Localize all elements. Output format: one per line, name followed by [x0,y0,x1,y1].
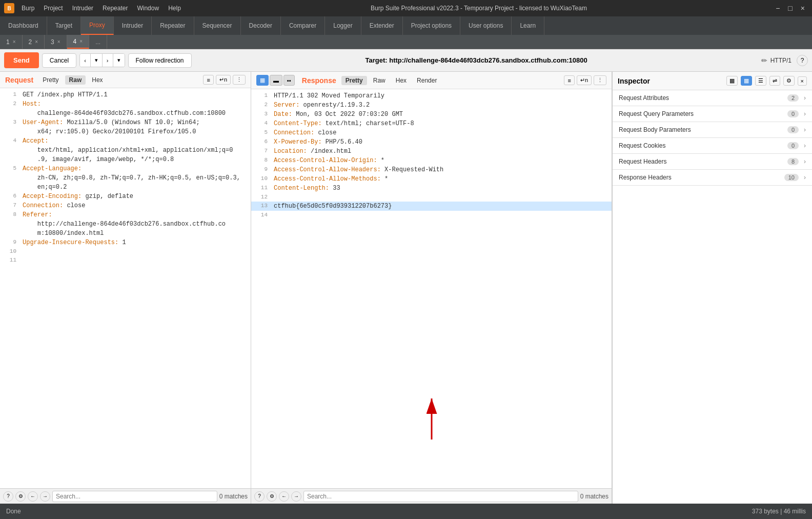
inspector-request-query[interactable]: Request Query Parameters 0 › [613,106,812,122]
request-line-6: 6 Accept-Encoding: gzip, deflate [0,192,251,201]
response-search-help-btn[interactable]: ? [254,491,265,502]
response-format-btn[interactable]: ≡ [564,75,574,85]
request-tab-hex[interactable]: Hex [88,75,107,85]
sub-tab-more[interactable]: ... [89,35,107,49]
chevron-icon-4: › [804,158,806,165]
response-line-3: 3 Date: Mon, 03 Oct 2022 07:03:20 GMT [251,110,612,119]
sub-tab-4[interactable]: 4 × [67,35,90,49]
request-wrap-btn[interactable]: ↵n [216,75,231,85]
response-view-icons: ▦ ▬ ▪▪ [256,75,295,86]
sub-tabs-bar: 1 × 2 × 3 × 4 × ... [0,35,812,49]
request-code-area: 1 GET /index.php HTTP/1.1 2 Host: challe… [0,88,251,488]
edit-url-icon[interactable]: ✏ [761,56,767,65]
burp-logo: B [4,3,14,13]
response-line-6: 6 X-Powered-By: PHP/5.6.40 [251,137,612,147]
title-bar-menu: Burp Project Intruder Repeater Window He… [17,3,185,14]
response-matches-label: 0 matches [580,493,608,500]
status-bar: Done 373 bytes | 46 millis [0,504,812,519]
request-line-8c: m:10800/index.html [0,229,251,238]
chevron-icon-1: › [804,110,806,117]
request-tab-pretty[interactable]: Pretty [38,75,63,85]
nav-sequencer[interactable]: Sequencer [194,16,241,35]
nav-learn[interactable]: Learn [512,16,544,35]
response-tab-hex[interactable]: Hex [392,76,411,85]
response-tab-raw[interactable]: Raw [369,76,390,85]
nav-intruder[interactable]: Intruder [114,16,152,35]
inspector-request-attributes[interactable]: Request Attributes 2 › [613,90,812,106]
menu-help[interactable]: Help [164,3,185,14]
response-line-10: 10 Access-Control-Allow-Methods: * [251,174,612,184]
maximize-button[interactable]: □ [785,3,795,13]
nav-extender[interactable]: Extender [361,16,403,35]
nav-proxy[interactable]: Proxy [81,16,114,35]
response-view-wide-btn[interactable]: ▪▪ [283,75,295,86]
back-dropdown-button[interactable]: ▾ [91,54,103,67]
request-title: Request [5,76,33,84]
inspector-view-btn-1[interactable]: ▦ [726,76,738,86]
nav-user-options[interactable]: User options [460,16,512,35]
inspector-view-btn-2[interactable]: ▦ [741,76,752,86]
request-search-next-btn[interactable]: → [40,491,50,502]
inspector-align-btn[interactable]: ☰ [755,76,766,86]
menu-window[interactable]: Window [133,3,163,14]
response-tab-render[interactable]: Render [413,76,441,85]
nav-decoder[interactable]: Decoder [241,16,281,35]
response-search-prev-btn[interactable]: ← [279,491,289,502]
close-tab-3[interactable]: × [57,39,60,45]
nav-logger[interactable]: Logger [325,16,361,35]
back-button[interactable]: ‹ [80,54,91,67]
sub-tab-2[interactable]: 2 × [23,35,45,49]
request-search-prev-btn[interactable]: ← [28,491,38,502]
request-tab-raw[interactable]: Raw [65,75,86,85]
close-tab-4[interactable]: × [79,38,83,44]
request-line-2b: challenge-864de46f03dcb276.sandbox.ctfhu… [0,109,251,118]
response-tab-pretty[interactable]: Pretty [341,76,367,85]
cancel-button[interactable]: Cancel [42,53,76,68]
response-search-next-btn[interactable]: → [291,491,301,502]
http-help-button[interactable]: ? [797,55,808,66]
request-format-btn[interactable]: ≡ [203,75,213,85]
request-search-input[interactable] [52,491,217,502]
inspector-close-btn[interactable]: × [798,76,807,86]
close-button[interactable]: × [798,3,808,13]
close-tab-1[interactable]: × [13,39,16,45]
menu-project[interactable]: Project [39,3,67,14]
http-version-label: HTTP/1 [770,57,791,64]
sub-tab-3[interactable]: 3 × [45,35,67,49]
forward-dropdown-button[interactable]: ▾ [113,54,125,67]
forward-button[interactable]: › [103,54,113,67]
send-button[interactable]: Send [4,52,39,68]
response-line-7: 7 Location: /index.html [251,147,612,156]
title-bar-left: B Burp Project Intruder Repeater Window … [4,3,185,14]
inspector-split-btn[interactable]: ⇌ [769,76,780,86]
request-search-help-btn[interactable]: ? [3,491,13,502]
response-view-single-btn[interactable]: ▬ [270,75,282,86]
nav-target[interactable]: Target [47,16,81,35]
menu-repeater[interactable]: Repeater [98,3,132,14]
nav-dashboard[interactable]: Dashboard [0,16,47,35]
minimize-button[interactable]: − [773,3,783,13]
nav-project-options[interactable]: Project options [403,16,460,35]
sub-tab-1[interactable]: 1 × [0,35,23,49]
close-tab-2[interactable]: × [35,39,38,45]
menu-intruder[interactable]: Intruder [68,3,97,14]
request-search-settings-btn[interactable]: ⚙ [15,491,26,502]
inspector-request-headers[interactable]: Request Headers 8 › [613,154,812,170]
response-view-split-btn[interactable]: ▦ [256,75,269,86]
nav-repeater[interactable]: Repeater [152,16,194,35]
response-more-btn[interactable]: ⋮ [594,75,606,85]
request-line-3: 3 User-Agent: Mozilla/5.0 (Windows NT 10… [0,118,251,127]
nav-comparer[interactable]: Comparer [281,16,325,35]
response-search-input[interactable] [303,491,578,502]
inspector-request-body[interactable]: Request Body Parameters 0 › [613,122,812,138]
response-search-settings-btn[interactable]: ⚙ [267,491,277,502]
request-line-7: 7 Connection: close [0,201,251,210]
response-wrap-btn[interactable]: ↵n [577,75,592,85]
inspector-request-cookies[interactable]: Request Cookies 0 › [613,138,812,154]
inspector-settings-btn[interactable]: ⚙ [783,76,795,86]
response-panel-header: ▦ ▬ ▪▪ Response Pretty Raw Hex Render ≡ … [251,72,612,89]
follow-redirection-button[interactable]: Follow redirection [128,53,192,68]
request-more-btn[interactable]: ⋮ [233,75,246,85]
inspector-response-headers[interactable]: Response Headers 10 › [613,170,812,186]
menu-burp[interactable]: Burp [17,3,38,14]
